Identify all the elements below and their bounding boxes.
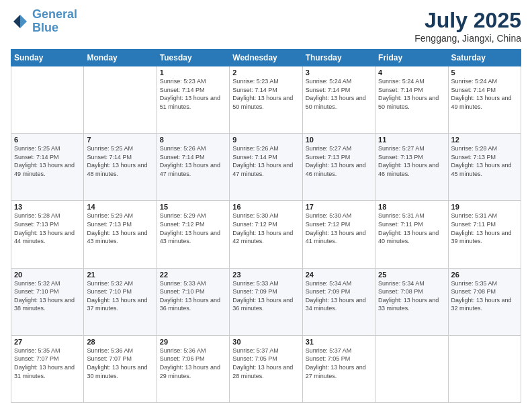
day-number: 26 [451,271,518,279]
weekday-header: Sunday [11,50,84,66]
location: Fenggang, Jiangxi, China [414,33,521,44]
calendar-cell: 15Sunrise: 5:29 AMSunset: 7:12 PMDayligh… [157,201,229,268]
calendar-cell [11,66,84,134]
day-number: 14 [87,203,153,211]
day-number: 19 [451,203,518,211]
calendar-week-row: 27Sunrise: 5:35 AMSunset: 7:07 PMDayligh… [11,335,521,402]
calendar-week-row: 6Sunrise: 5:25 AMSunset: 7:14 PMDaylight… [11,134,521,201]
logo-line1: General [32,7,77,21]
day-number: 20 [14,271,81,279]
day-info: Sunrise: 5:31 AMSunset: 7:11 PMDaylight:… [451,212,518,245]
day-info: Sunrise: 5:35 AMSunset: 7:07 PMDaylight:… [14,347,81,380]
calendar-cell: 27Sunrise: 5:35 AMSunset: 7:07 PMDayligh… [11,335,84,402]
calendar-cell: 11Sunrise: 5:27 AMSunset: 7:13 PMDayligh… [375,134,448,201]
calendar-cell: 9Sunrise: 5:26 AMSunset: 7:14 PMDaylight… [230,134,302,201]
calendar-cell: 26Sunrise: 5:35 AMSunset: 7:08 PMDayligh… [448,268,521,335]
calendar-cell: 31Sunrise: 5:37 AMSunset: 7:05 PMDayligh… [302,335,375,402]
day-info: Sunrise: 5:27 AMSunset: 7:13 PMDaylight:… [306,144,372,178]
calendar-cell: 25Sunrise: 5:34 AMSunset: 7:08 PMDayligh… [375,268,448,335]
day-number: 9 [232,136,299,144]
calendar-cell: 6Sunrise: 5:25 AMSunset: 7:14 PMDaylight… [11,134,84,201]
day-number: 15 [160,203,226,211]
calendar-cell: 21Sunrise: 5:32 AMSunset: 7:10 PMDayligh… [84,268,157,335]
calendar-cell [84,66,157,134]
calendar-cell: 17Sunrise: 5:30 AMSunset: 7:12 PMDayligh… [302,201,375,268]
day-number: 30 [232,338,299,346]
svg-marker-1 [13,15,20,28]
calendar-cell: 23Sunrise: 5:33 AMSunset: 7:09 PMDayligh… [230,268,302,335]
day-number: 27 [14,338,81,346]
weekday-header: Wednesday [230,50,302,66]
day-number: 6 [14,136,81,144]
day-number: 16 [232,203,299,211]
calendar-week-row: 13Sunrise: 5:28 AMSunset: 7:13 PMDayligh… [11,201,521,268]
day-number: 11 [378,136,445,144]
day-number: 23 [232,271,299,279]
calendar-cell: 18Sunrise: 5:31 AMSunset: 7:11 PMDayligh… [375,201,448,268]
day-number: 5 [451,68,518,77]
day-info: Sunrise: 5:36 AMSunset: 7:06 PMDaylight:… [160,347,226,380]
weekday-header: Tuesday [157,50,229,66]
calendar-cell: 30Sunrise: 5:37 AMSunset: 7:05 PMDayligh… [230,335,302,402]
day-info: Sunrise: 5:30 AMSunset: 7:12 PMDaylight:… [306,212,372,245]
day-number: 31 [306,338,372,346]
calendar-cell: 24Sunrise: 5:34 AMSunset: 7:09 PMDayligh… [302,268,375,335]
calendar-cell: 16Sunrise: 5:30 AMSunset: 7:12 PMDayligh… [230,201,302,268]
logo-text: General Blue [32,8,77,35]
day-info: Sunrise: 5:26 AMSunset: 7:14 PMDaylight:… [232,144,299,178]
day-number: 25 [378,271,445,279]
logo-line2: Blue [32,21,58,34]
day-info: Sunrise: 5:28 AMSunset: 7:13 PMDaylight:… [14,212,81,245]
calendar-cell: 8Sunrise: 5:26 AMSunset: 7:14 PMDaylight… [157,134,229,201]
day-info: Sunrise: 5:35 AMSunset: 7:08 PMDaylight:… [451,279,518,313]
day-number: 7 [87,136,153,144]
day-info: Sunrise: 5:24 AMSunset: 7:14 PMDaylight:… [378,77,445,111]
logo: General Blue [11,8,77,35]
day-info: Sunrise: 5:29 AMSunset: 7:13 PMDaylight:… [87,212,153,245]
weekday-header-row: SundayMondayTuesdayWednesdayThursdayFrid… [11,50,521,66]
day-number: 10 [306,136,372,144]
calendar-cell [375,335,448,402]
weekday-header: Thursday [302,50,375,66]
month-year: July 2025 [414,8,521,33]
day-info: Sunrise: 5:25 AMSunset: 7:14 PMDaylight:… [14,144,81,178]
day-info: Sunrise: 5:23 AMSunset: 7:14 PMDaylight:… [232,77,299,111]
calendar-cell: 28Sunrise: 5:36 AMSunset: 7:07 PMDayligh… [84,335,157,402]
svg-marker-0 [20,15,27,28]
calendar-cell: 13Sunrise: 5:28 AMSunset: 7:13 PMDayligh… [11,201,84,268]
day-info: Sunrise: 5:31 AMSunset: 7:11 PMDaylight:… [378,212,445,245]
weekday-header: Saturday [448,50,521,66]
day-info: Sunrise: 5:25 AMSunset: 7:14 PMDaylight:… [87,144,153,178]
calendar-cell: 29Sunrise: 5:36 AMSunset: 7:06 PMDayligh… [157,335,229,402]
weekday-header: Monday [84,50,157,66]
day-info: Sunrise: 5:37 AMSunset: 7:05 PMDaylight:… [232,347,299,380]
calendar-cell: 22Sunrise: 5:33 AMSunset: 7:10 PMDayligh… [157,268,229,335]
calendar-week-row: 20Sunrise: 5:32 AMSunset: 7:10 PMDayligh… [11,268,521,335]
day-number: 4 [378,68,445,77]
day-info: Sunrise: 5:26 AMSunset: 7:14 PMDaylight:… [160,144,226,178]
calendar-cell: 10Sunrise: 5:27 AMSunset: 7:13 PMDayligh… [302,134,375,201]
title-block: July 2025 Fenggang, Jiangxi, China [414,8,521,44]
day-info: Sunrise: 5:30 AMSunset: 7:12 PMDaylight:… [232,212,299,245]
calendar-cell: 1Sunrise: 5:23 AMSunset: 7:14 PMDaylight… [157,66,229,134]
calendar-cell [448,335,521,402]
day-info: Sunrise: 5:33 AMSunset: 7:09 PMDaylight:… [232,279,299,313]
weekday-header: Friday [375,50,448,66]
day-number: 3 [306,68,372,77]
calendar-cell: 7Sunrise: 5:25 AMSunset: 7:14 PMDaylight… [84,134,157,201]
day-info: Sunrise: 5:34 AMSunset: 7:09 PMDaylight:… [306,279,372,313]
day-number: 12 [451,136,518,144]
day-info: Sunrise: 5:32 AMSunset: 7:10 PMDaylight:… [87,279,153,313]
day-number: 22 [160,271,226,279]
day-info: Sunrise: 5:24 AMSunset: 7:14 PMDaylight:… [306,77,372,111]
day-number: 13 [14,203,81,211]
day-number: 18 [378,203,445,211]
header: General Blue July 2025 Fenggang, Jiangxi… [11,8,521,44]
day-info: Sunrise: 5:36 AMSunset: 7:07 PMDaylight:… [87,347,153,380]
day-number: 28 [87,338,153,346]
logo-icon [11,12,30,31]
day-number: 2 [232,68,299,77]
calendar-week-row: 1Sunrise: 5:23 AMSunset: 7:14 PMDaylight… [11,66,521,134]
day-number: 29 [160,338,226,346]
day-info: Sunrise: 5:32 AMSunset: 7:10 PMDaylight:… [14,279,81,313]
